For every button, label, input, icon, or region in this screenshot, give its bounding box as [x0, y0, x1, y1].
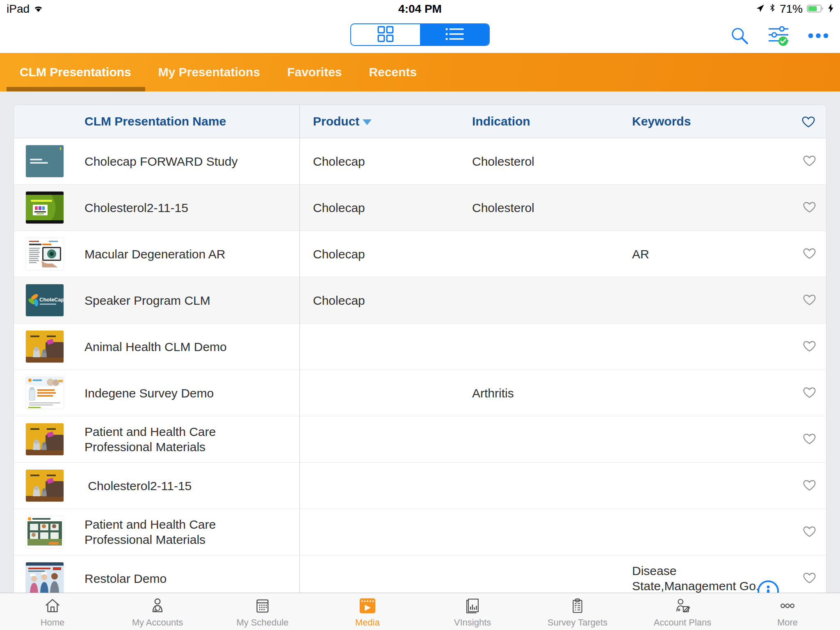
- filter-icon[interactable]: [768, 25, 789, 46]
- header-name[interactable]: CLM Presentation Name: [84, 114, 226, 128]
- tabbar-item-media[interactable]: Media: [315, 593, 420, 630]
- presentation-thumbnail: [26, 145, 64, 177]
- table-row[interactable]: Patient and Health Care Professional Mat…: [14, 416, 826, 463]
- tabbar-item-my-schedule[interactable]: My Schedule: [210, 593, 315, 630]
- grid-view-button[interactable]: [351, 24, 420, 45]
- location-arrow-icon: [756, 2, 765, 16]
- presentation-thumbnail: [26, 516, 64, 548]
- list-view-button[interactable]: [420, 24, 489, 45]
- table-row[interactable]: Cholecap FORWARD StudyCholecapCholestero…: [14, 138, 826, 185]
- clock: 4:04 PM: [398, 2, 442, 16]
- table-row[interactable]: Cholesterol2-11-15: [14, 463, 826, 509]
- presentation-thumbnail: [26, 423, 64, 455]
- tabbar-item-account-plans[interactable]: Account Plans: [630, 593, 735, 630]
- table-body: Cholecap FORWARD StudyCholecapCholestero…: [14, 138, 826, 593]
- calendar-icon: [253, 596, 272, 616]
- tab-my-presentations[interactable]: My Presentations: [158, 53, 260, 91]
- favorite-heart-icon[interactable]: [802, 386, 817, 401]
- toolbar: [0, 18, 840, 53]
- home-icon: [43, 596, 62, 616]
- presentation-thumbnail: CholeCap: [26, 284, 64, 316]
- tab-favorites[interactable]: Favorites: [287, 53, 342, 91]
- sort-descending-icon: [363, 119, 372, 125]
- presentation-thumbnail: [26, 377, 64, 409]
- presentation-name: Restolar Demo: [84, 571, 167, 586]
- presentations-table: CLM Presentation Name Product Indication…: [14, 105, 826, 593]
- app-tab-bar: Home My Accounts My Schedul: [0, 593, 840, 630]
- indication-cell: Cholesterol: [472, 200, 534, 215]
- presentation-thumbnail: [26, 238, 64, 270]
- battery-percent: 71%: [780, 2, 803, 16]
- header-product[interactable]: Product: [313, 114, 372, 128]
- presentation-name: Patient and Health Care Professional Mat…: [84, 424, 277, 454]
- presentation-name: Macular Degeneration AR: [84, 247, 226, 262]
- person-stethoscope-icon: [148, 596, 167, 616]
- bar-chart-doc-icon: [463, 596, 482, 616]
- presentation-thumbnail: [26, 331, 64, 363]
- wifi-icon: [33, 2, 44, 16]
- header-indication[interactable]: Indication: [472, 114, 530, 128]
- keywords-cell: AR: [632, 247, 649, 262]
- media-icon: [358, 596, 377, 616]
- grid-view-icon: [377, 25, 394, 44]
- presentation-name: Patient and Health Care Professional Mat…: [84, 517, 277, 547]
- bluetooth-icon: [769, 2, 776, 16]
- product-cell: Cholecap: [313, 247, 365, 262]
- tabbar-item-vinsights[interactable]: VInsights: [420, 593, 525, 630]
- indication-cell: Arthritis: [472, 386, 514, 401]
- tab-clm-presentations[interactable]: CLM Presentations: [20, 53, 131, 91]
- clipboard-checklist-icon: [568, 596, 587, 616]
- list-view-icon: [445, 27, 464, 43]
- charging-bolt-icon: [828, 2, 833, 16]
- favorite-heart-icon[interactable]: [802, 339, 817, 354]
- tabbar-item-more[interactable]: More: [735, 593, 840, 630]
- presentation-name: Speaker Program CLM: [84, 293, 210, 308]
- keywords-cell: Disease State,Management Go...: [632, 563, 774, 593]
- favorite-heart-icon[interactable]: [802, 478, 817, 493]
- presentation-name: Cholesterol2-11-15: [84, 200, 188, 215]
- table-row[interactable]: Cholesterol2-11-15CholecapCholesterol: [14, 185, 826, 231]
- tabbar-item-my-accounts[interactable]: My Accounts: [105, 593, 210, 630]
- table-row[interactable]: Indegene Survey DemoArthritis: [14, 370, 826, 416]
- table-row[interactable]: Macular Degeneration ARCholecapAR: [14, 231, 826, 277]
- favorite-heart-icon[interactable]: [802, 200, 817, 215]
- header-favorites-heart-icon[interactable]: [801, 114, 816, 128]
- three-circles-icon: [778, 596, 797, 616]
- favorite-heart-icon[interactable]: [802, 432, 817, 447]
- search-icon[interactable]: [730, 26, 749, 45]
- presentation-nav-bar: CLM Presentations My Presentations Favor…: [0, 53, 840, 91]
- person-edit-icon: [673, 596, 692, 616]
- svg-text:CholeCap: CholeCap: [39, 297, 64, 303]
- favorite-heart-icon[interactable]: [802, 571, 817, 586]
- product-cell: Cholecap: [313, 293, 365, 308]
- presentation-thumbnail: [26, 192, 64, 224]
- favorite-heart-icon[interactable]: [802, 293, 817, 308]
- product-cell: Cholecap: [313, 200, 365, 215]
- table-header: CLM Presentation Name Product Indication…: [14, 105, 826, 138]
- favorite-heart-icon[interactable]: [802, 154, 817, 169]
- header-keywords[interactable]: Keywords: [632, 114, 691, 128]
- carrier-label: iPad: [7, 2, 30, 16]
- presentation-thumbnail: [26, 562, 64, 593]
- presentation-name: Cholecap FORWARD Study: [84, 154, 237, 169]
- favorite-heart-icon[interactable]: [802, 525, 817, 540]
- more-options-icon[interactable]: [808, 33, 829, 39]
- table-row[interactable]: Patient and Health Care Professional Mat…: [14, 509, 826, 555]
- tabbar-item-survey-targets[interactable]: Survey Targets: [525, 593, 630, 630]
- indication-cell: Cholesterol: [472, 154, 534, 169]
- presentation-name: Cholesterol2-11-15: [84, 478, 192, 493]
- product-cell: Cholecap: [313, 154, 365, 169]
- tab-recents[interactable]: Recents: [369, 53, 417, 91]
- presentation-name: Indegene Survey Demo: [84, 386, 214, 401]
- presentation-thumbnail: [26, 470, 64, 502]
- table-row[interactable]: Restolar DemoDisease State,Management Go…: [14, 555, 826, 593]
- status-bar: iPad 4:04 PM 71%: [0, 0, 840, 18]
- view-toggle: [350, 23, 490, 46]
- table-row[interactable]: Animal Health CLM Demo: [14, 324, 826, 370]
- info-icon[interactable]: [757, 580, 779, 593]
- battery-icon: [807, 2, 824, 16]
- tabbar-item-home[interactable]: Home: [0, 593, 105, 630]
- column-divider: [299, 105, 300, 593]
- table-row[interactable]: CholeCapSpeaker Program CLMCholecap: [14, 277, 826, 324]
- favorite-heart-icon[interactable]: [802, 247, 817, 262]
